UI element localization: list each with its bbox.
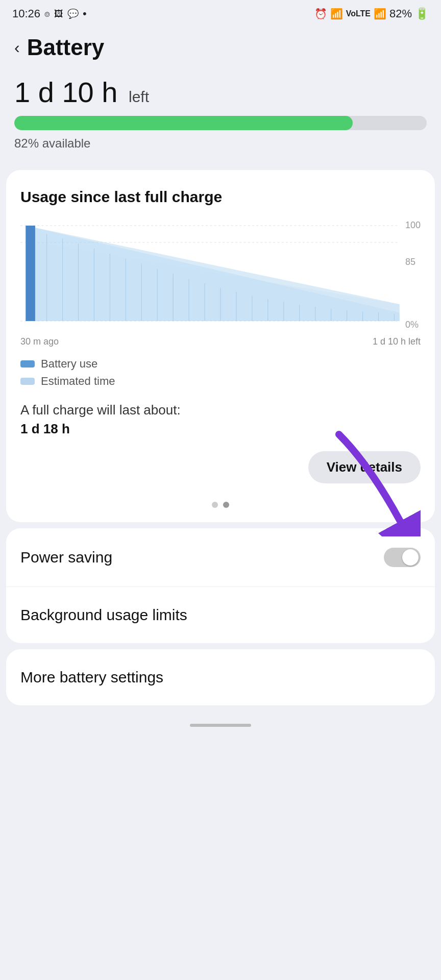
- toggle-knob: [402, 549, 419, 566]
- svg-marker-6: [35, 242, 400, 321]
- legend-battery-label: Battery use: [41, 357, 97, 371]
- header: ‹ Battery: [0, 26, 441, 65]
- bottom-bar: [0, 716, 441, 735]
- time-left: 1 d 10 h left: [14, 76, 427, 109]
- chart-svg: [20, 220, 421, 332]
- status-left: 10:26 ⌾ 🖼 💬 •: [12, 7, 87, 20]
- usage-title: Usage since last full charge: [20, 188, 421, 206]
- svg-rect-5: [26, 226, 35, 321]
- chart-x-labels: 30 m ago 1 d 10 h left: [20, 336, 421, 347]
- usage-card: Usage since last full charge: [6, 170, 435, 522]
- legend-estimated-label: Estimated time: [41, 375, 115, 388]
- battery-bar-track: [14, 116, 427, 130]
- power-saving-label: Power saving: [20, 549, 112, 566]
- view-details-button[interactable]: View details: [308, 451, 421, 483]
- battery-bar-fill: [14, 116, 353, 130]
- chart-legend: Battery use Estimated time: [20, 357, 421, 388]
- more-battery-settings-item[interactable]: More battery settings: [6, 649, 435, 705]
- back-button[interactable]: ‹: [14, 38, 20, 57]
- wifi-icon: 📶: [330, 8, 343, 20]
- bottom-handle: [190, 724, 251, 727]
- status-time: 10:26: [12, 7, 40, 20]
- chart-x-right: 1 d 10 h left: [373, 336, 421, 347]
- more-settings-section: More battery settings: [6, 649, 435, 705]
- page-dot-1: [212, 502, 218, 508]
- dot-icon: •: [83, 7, 87, 20]
- background-usage-label: Background usage limits: [20, 606, 187, 624]
- page-title: Battery: [27, 35, 105, 60]
- chart-y-labels: 100 85 0%: [405, 220, 421, 332]
- nfc-icon: ⌾: [44, 9, 50, 19]
- chart-x-left: 30 m ago: [20, 336, 59, 347]
- full-charge-value: 1 d 18 h: [20, 421, 421, 437]
- photo-icon: 🖼: [54, 9, 63, 19]
- power-saving-toggle[interactable]: [384, 548, 421, 567]
- page-dot-2: [223, 502, 229, 508]
- more-battery-settings-label: More battery settings: [20, 669, 163, 686]
- volte-icon: VoLTE: [346, 9, 371, 18]
- signal-icon: 📶: [374, 8, 386, 20]
- alarm-icon: ⏰: [314, 8, 327, 20]
- battery-percent: 82%: [389, 7, 412, 20]
- battery-icon: 🔋: [415, 7, 429, 20]
- card-pagination: [20, 483, 421, 508]
- battery-summary: 1 d 10 h left 82% available: [0, 65, 441, 166]
- battery-chart: 100 85 0%: [20, 220, 421, 332]
- legend-estimated-time: Estimated time: [20, 375, 421, 388]
- time-suffix: left: [129, 88, 149, 105]
- status-bar: 10:26 ⌾ 🖼 💬 • ⏰ 📶 VoLTE 📶 82% 🔋: [0, 0, 441, 26]
- legend-solid-icon: [20, 360, 35, 368]
- power-saving-item[interactable]: Power saving: [6, 528, 435, 587]
- background-usage-item[interactable]: Background usage limits: [6, 587, 435, 643]
- time-value: 1 d 10 h: [14, 76, 117, 108]
- legend-battery-use: Battery use: [20, 357, 421, 371]
- full-charge-label: A full charge will last about:: [20, 402, 421, 418]
- whatsapp-icon: 💬: [67, 8, 79, 19]
- settings-section: Power saving Background usage limits: [6, 528, 435, 643]
- battery-percent-text: 82% available: [14, 136, 427, 151]
- status-right: ⏰ 📶 VoLTE 📶 82% 🔋: [314, 7, 429, 20]
- legend-dashed-icon: [20, 378, 35, 385]
